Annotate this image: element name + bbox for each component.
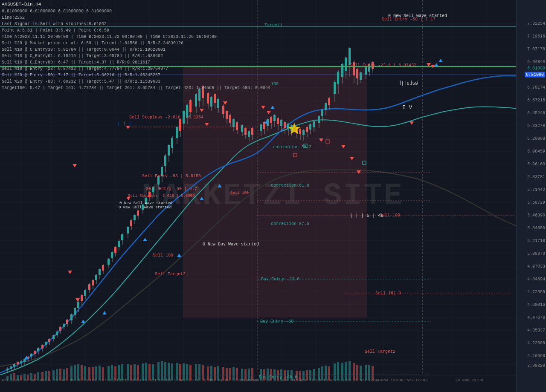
svg-rect-187 [260, 124, 262, 131]
bar-marker-1: | | | [117, 121, 131, 126]
arrow-down-1 [73, 164, 77, 167]
svg-rect-97 [84, 290, 86, 296]
price-6084: 6.08459 [527, 149, 545, 154]
time-label-17: 28 Nov 20:00 [456, 378, 483, 383]
svg-rect-77 [48, 339, 50, 342]
arrow-down-13 [350, 157, 354, 160]
svg-rect-165 [214, 94, 216, 103]
svg-rect-225 [328, 98, 330, 105]
price-4600: 4.60016 [527, 303, 545, 307]
arrow-up-10 [439, 59, 443, 62]
price-4723: 4.72355 [527, 290, 545, 294]
time-label-8: 5 Nov 04:00 [204, 378, 229, 383]
arrow-down-2 [68, 271, 72, 274]
svg-rect-119 [127, 227, 129, 233]
svg-rect-195 [273, 115, 276, 121]
svg-rect-89 [70, 314, 73, 320]
arrow-down-9 [261, 106, 265, 109]
svg-rect-113 [114, 247, 116, 253]
svg-rect-149 [183, 111, 185, 124]
svg-rect-177 [236, 122, 238, 130]
svg-rect-125 [137, 210, 139, 216]
svg-rect-133 [152, 187, 154, 192]
svg-rect-169 [222, 106, 224, 114]
svg-rect-101 [92, 280, 94, 285]
price-7322: 7.32254 [527, 21, 545, 26]
arrow-down-15 [410, 121, 414, 125]
svg-rect-107 [102, 265, 104, 271]
svg-rect-199 [280, 120, 282, 126]
price-5961: 5.96160 [527, 162, 545, 167]
svg-rect-143 [171, 138, 173, 148]
svg-rect-121 [130, 220, 132, 226]
price-6452: 6.45246 [527, 111, 545, 115]
svg-rect-115 [118, 241, 120, 247]
green-band: 6.81000 [527, 66, 545, 71]
svg-rect-103 [95, 275, 97, 280]
time-label-4: 25 Oct 16:00 [84, 378, 111, 383]
price-5587: 5.58729 [527, 200, 545, 205]
svg-text:correction 61.8: correction 61.8 [271, 183, 309, 188]
svg-rect-71 [37, 348, 39, 351]
time-label-15: 23 Nov 16:00 [375, 378, 402, 383]
svg-rect-67 [30, 354, 32, 356]
time-label-1: 19 Oct 2023 [0, 378, 20, 383]
svg-rect-233 [345, 58, 347, 71]
svg-rect-153 [189, 100, 192, 112]
svg-rect-145 [176, 127, 178, 138]
price-7195: 7.19516 [527, 34, 545, 39]
svg-rect-83 [59, 327, 61, 331]
price-scale: 7.32254 7.19516 7.07178 6.94840 6.81000 … [516, 0, 546, 392]
arrow-up-7 [218, 184, 222, 187]
arrow-up-5 [177, 254, 181, 257]
svg-rect-73 [41, 345, 44, 349]
svg-rect-213 [306, 127, 308, 132]
price-6208: 6.20898 [527, 136, 545, 141]
svg-rect-151 [186, 105, 188, 118]
svg-rect-87 [66, 320, 68, 324]
price-3983: 3.98320 [527, 363, 545, 368]
arrow-up-2 [81, 320, 85, 323]
arrow-up-4 [143, 238, 147, 241]
svg-rect-139 [164, 156, 166, 166]
svg-rect-117 [121, 234, 123, 240]
price-6572: 6.57215 [527, 98, 545, 103]
arrow-down-4 [126, 126, 130, 129]
time-label-16: 26 Nov 08:00 [400, 378, 428, 383]
price-5714: 5.71442 [527, 187, 545, 192]
time-axis: 19 Oct 2023 20 Oct 08:00 23 Oct 00:00 25… [0, 375, 516, 383]
svg-rect-179 [241, 125, 243, 132]
arrow-up-9 [270, 106, 275, 109]
svg-rect-81 [56, 331, 58, 335]
svg-rect-147 [179, 119, 181, 131]
svg-rect-123 [134, 215, 136, 220]
svg-rect-223 [325, 103, 327, 110]
svg-rect-159 [202, 86, 204, 98]
price-6948: 6.94840 [527, 60, 545, 64]
svg-rect-127 [142, 205, 144, 210]
svg-rect-167 [217, 99, 219, 108]
arrow-down-7 [200, 109, 204, 112]
arrow-up-6 [200, 197, 204, 200]
time-label-5: 28 Oct 08:00 [113, 378, 141, 383]
arrow-down-14 [357, 170, 361, 174]
svg-rect-235 [349, 48, 351, 65]
svg-rect-217 [313, 121, 315, 127]
arrow-up-3 [102, 311, 107, 314]
green-price-band [0, 66, 516, 67]
svg-rect-221 [321, 110, 323, 116]
svg-rect-137 [161, 167, 163, 176]
svg-rect-93 [77, 302, 79, 308]
svg-rect-209 [299, 129, 301, 134]
price-4476: 4.47676 [527, 315, 545, 320]
arrow-down-10 [267, 111, 271, 114]
svg-rect-229 [337, 72, 339, 84]
svg-rect-171 [226, 111, 228, 119]
price-4846: 4.84694 [527, 277, 545, 282]
svg-rect-237 [353, 62, 355, 75]
arrow-down-8 [223, 101, 227, 105]
svg-rect-129 [145, 198, 147, 204]
price-4353: 4.35337 [527, 328, 545, 333]
time-label-12: 15 Nov 16:00 [293, 378, 321, 383]
svg-rect-241 [360, 72, 362, 80]
